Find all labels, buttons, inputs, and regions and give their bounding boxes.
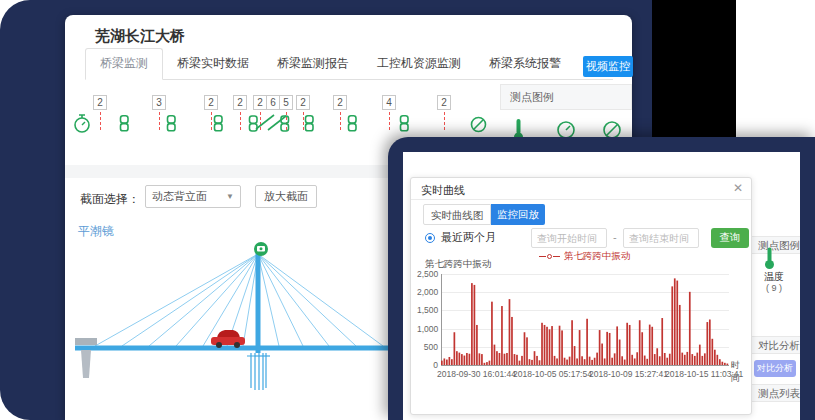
recent-two-months-radio[interactable]: [425, 233, 435, 243]
temperature-count: ( 9 ): [752, 283, 796, 293]
chain-sensor-icon: [166, 115, 177, 132]
y-tick: 500: [417, 343, 438, 351]
sensor-count-badge: 2: [233, 95, 247, 110]
chart-bars: [441, 274, 729, 365]
x-axis-line: [441, 365, 729, 366]
y-tick: 1,500: [417, 306, 438, 314]
range-separator: -: [613, 231, 617, 243]
sensor-count-badge: 3: [152, 95, 166, 110]
query-button[interactable]: 查询: [711, 228, 749, 248]
tab-ipc-resource[interactable]: 工控机资源监测: [363, 49, 475, 79]
sensor-count-badge: 2: [253, 95, 267, 110]
stopwatch-icon: [73, 114, 91, 134]
sensor-count-badge: 4: [382, 95, 396, 110]
sensor-count-badge: 6: [266, 95, 280, 110]
sensor-dash-line: [286, 112, 287, 130]
chain-sensor-icon: [304, 115, 315, 132]
dropdown-value: 动态背立面: [152, 186, 207, 207]
dialog-title: 实时曲线: [421, 183, 465, 198]
sliver-analysis-header: 对比分析: [752, 336, 800, 354]
sensor-count-badge: 2: [437, 95, 451, 110]
x-tick-label: 2018-10-09 15:27:41: [589, 369, 668, 379]
overlay-window: 测点图例 温度 ( 9 ) 对比分析 对比分析 测点列表 实时曲线 ✕ 实时曲线…: [388, 137, 815, 420]
chain-sensor-icon: [213, 115, 224, 132]
y-tick: 2,000: [417, 288, 438, 296]
tab-bar: 桥梁监测 桥梁实时数据 桥梁监测报告 工控机资源监测 桥梁系统报警: [85, 53, 613, 80]
video-monitor-button[interactable]: 视频监控: [583, 56, 633, 77]
legend-line-icon: [539, 256, 546, 257]
section-select-dropdown[interactable]: 动态背立面 ▼: [145, 185, 241, 208]
y-tick: 0: [417, 361, 438, 369]
start-time-input[interactable]: [531, 228, 607, 248]
enlarge-section-button[interactable]: 放大截面: [255, 185, 317, 208]
sensor-count-badge: 5: [279, 95, 293, 110]
legend-panel-header: 测点图例: [500, 84, 632, 110]
sensor-dash-line: [340, 112, 341, 130]
chain-sensor-icon: [347, 115, 358, 132]
x-tick-label: 2018-09-30 16:01:44: [437, 369, 516, 379]
x-axis-name: 时间: [731, 359, 747, 385]
background-window: [736, 0, 815, 137]
chain-sensor-cluster-icon: [248, 113, 294, 134]
sensor-count-badge: 2: [93, 95, 107, 110]
sensor-count-badge: 2: [296, 95, 310, 110]
legend-line-icon: [553, 256, 560, 257]
chevron-down-icon: ▼: [226, 186, 234, 207]
car-icon: [211, 330, 245, 348]
temperature-label: 温度: [752, 270, 796, 284]
screenshot-stage: 芜湖长江大桥 桥梁监测 桥梁实时数据 桥梁监测报告 工控机资源监测 桥梁系统报警…: [0, 0, 815, 420]
chain-sensor-icon: [399, 115, 410, 132]
sensor-dash-line: [260, 112, 261, 130]
y-tick: 2,500: [417, 270, 438, 278]
video-feed-panel: [652, 0, 736, 137]
sliver-legend-header: 测点图例: [752, 236, 800, 254]
page-title: 芜湖长江大桥: [95, 27, 185, 46]
tab-bridge-monitor[interactable]: 桥梁监测: [85, 48, 163, 80]
camera-marker-icon: [254, 242, 268, 256]
sensor-dash-line: [444, 112, 445, 130]
x-tick-label: 2018-10-05 05:17:54: [513, 369, 592, 379]
radio-label: 最近两个月: [441, 230, 496, 245]
tab-system-alarm[interactable]: 桥梁系统报警: [475, 49, 575, 79]
sensor-dash-line: [159, 112, 160, 130]
close-icon[interactable]: ✕: [733, 181, 743, 195]
y-tick: 1,000: [417, 325, 438, 333]
sensor-count-badge: 2: [204, 95, 218, 110]
compare-analysis-button[interactable]: 对比分析: [754, 360, 796, 377]
chain-sensor-icon: [119, 115, 130, 132]
end-time-input[interactable]: [623, 228, 699, 248]
sensor-dash-line: [240, 112, 241, 130]
sliver-list-header: 测点列表: [752, 384, 800, 402]
tab-realtime-curve[interactable]: 实时曲线图: [423, 204, 491, 225]
sensor-count-badge: 2: [333, 95, 347, 110]
section-select-label: 截面选择：: [80, 191, 140, 208]
tab-monitor-report[interactable]: 桥梁监测报告: [263, 49, 363, 79]
realtime-curve-dialog: 实时曲线 ✕ 实时曲线图 监控回放 最近两个月 - 查询 第七跨跨中振动 第七跨…: [410, 177, 752, 415]
tab-realtime-data[interactable]: 桥梁实时数据: [163, 49, 263, 79]
tab-monitor-playback[interactable]: 监控回放: [491, 204, 545, 225]
sensor-dash-line: [211, 112, 212, 130]
vibration-chart: 第七跨跨中振动 2,500 2,000 1,500 1,000 500 0 20…: [417, 258, 747, 394]
sensor-dash-line: [389, 112, 390, 130]
sensor-dash-line: [100, 112, 101, 130]
no-entry-icon: [470, 116, 487, 133]
bridge-schematic: [67, 238, 389, 418]
sensor-dash-line: [303, 112, 304, 130]
